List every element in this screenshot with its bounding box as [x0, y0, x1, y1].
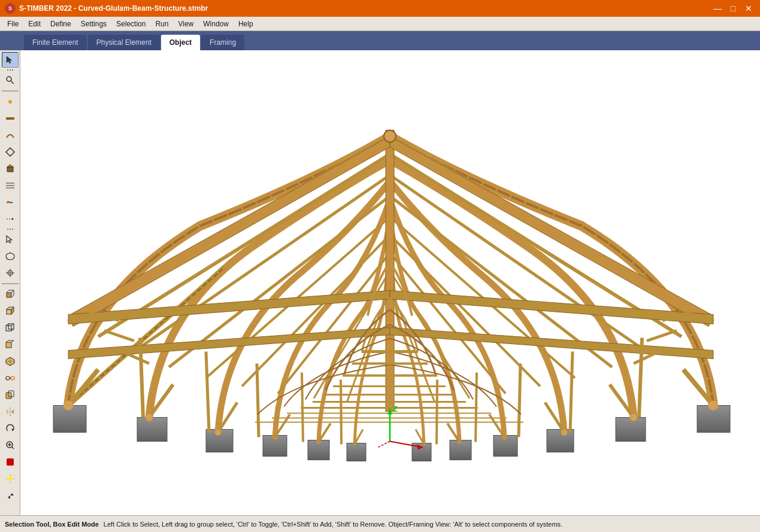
select-pointer-tool[interactable]	[2, 232, 19, 247]
spring-tool[interactable]	[2, 194, 19, 210]
node-tool[interactable]	[2, 94, 19, 110]
svg-point-127	[146, 414, 153, 421]
tab-finite-element[interactable]: Finite Element	[24, 35, 87, 50]
menu-window[interactable]: Window	[198, 17, 234, 31]
status-message: Left Click to Select, Left drag to group…	[104, 521, 562, 528]
3d-box3-tool[interactable]	[2, 320, 19, 336]
svg-line-46	[11, 447, 14, 449]
minimize-button[interactable]: —	[711, 2, 724, 14]
mirror-tool[interactable]	[2, 404, 19, 419]
svg-rect-63	[347, 443, 366, 461]
svg-point-141	[384, 130, 396, 142]
menu-edit[interactable]: Edit	[23, 17, 46, 31]
lasso-tool[interactable]	[2, 248, 19, 264]
svg-point-129	[215, 430, 221, 436]
structure-view: Z	[20, 50, 760, 515]
svg-point-125	[63, 401, 73, 411]
menu-run[interactable]: Run	[150, 17, 173, 31]
svg-text:Z: Z	[393, 405, 398, 414]
separator-2	[2, 283, 19, 284]
svg-point-0	[7, 77, 11, 81]
maximize-button[interactable]: □	[726, 2, 740, 14]
svg-marker-12	[12, 218, 14, 220]
arc-element-tool[interactable]	[2, 127, 19, 143]
zoom-window-tool[interactable]	[2, 72, 19, 88]
select-arrow-tool[interactable]	[2, 52, 19, 68]
beam-element-tool[interactable]	[2, 111, 19, 126]
title-bar-left: S S-TIMBER 2022 - Curved-Glulam-Beam-Str…	[5, 3, 208, 14]
svg-line-1	[11, 81, 14, 84]
svg-line-99	[257, 364, 259, 437]
svg-marker-42	[7, 409, 9, 414]
title-bar-title: S-TIMBER 2022 - Curved-Glulam-Beam-Struc…	[19, 4, 208, 13]
3d-box1-tool[interactable]	[2, 287, 19, 302]
3d-box5-tool[interactable]	[2, 354, 19, 369]
volume-tool[interactable]	[2, 161, 19, 177]
svg-point-10	[7, 201, 9, 203]
status-label: Selection Tool, Box Edit Mode	[5, 521, 99, 528]
svg-rect-3	[6, 117, 14, 120]
svg-point-37	[11, 376, 14, 380]
svg-rect-5	[7, 167, 13, 172]
connect-tool[interactable]	[2, 370, 19, 386]
svg-marker-55	[10, 493, 14, 495]
rotate-element-tool[interactable]	[2, 421, 19, 436]
menu-view[interactable]: View	[173, 17, 198, 31]
title-bar-controls: — □ ✕	[711, 2, 755, 14]
menu-file[interactable]: File	[2, 17, 23, 31]
light-tool[interactable]	[2, 471, 19, 487]
svg-point-126	[708, 401, 718, 411]
grid-tool[interactable]	[2, 178, 19, 193]
svg-rect-66	[547, 430, 574, 452]
svg-line-106	[437, 380, 437, 445]
stop-tool[interactable]	[2, 454, 19, 470]
svg-rect-59	[137, 418, 167, 442]
tab-object[interactable]: Object	[161, 35, 200, 50]
svg-point-36	[6, 376, 10, 380]
svg-rect-65	[616, 418, 646, 442]
svg-line-19	[11, 290, 14, 293]
svg-point-130	[561, 430, 567, 436]
app-icon: S	[5, 3, 16, 14]
tool-dots-1	[2, 68, 19, 72]
svg-marker-4	[6, 148, 14, 156]
svg-point-50	[8, 477, 12, 481]
surface-tool[interactable]	[2, 144, 19, 160]
copy-tool[interactable]	[2, 387, 19, 403]
3d-box4-tool[interactable]	[2, 337, 19, 352]
title-bar: S S-TIMBER 2022 - Curved-Glulam-Beam-Str…	[0, 0, 760, 17]
svg-rect-29	[6, 342, 11, 348]
status-bar: Selection Tool, Box Edit Mode Left Click…	[0, 515, 760, 532]
link-tool[interactable]	[2, 211, 19, 227]
svg-point-128	[630, 414, 637, 421]
menu-settings[interactable]: Settings	[76, 17, 111, 31]
separator-1	[2, 90, 19, 92]
svg-marker-33	[6, 357, 14, 366]
menu-selection[interactable]: Selection	[111, 17, 150, 31]
left-toolbar	[0, 50, 20, 515]
svg-line-101	[341, 380, 341, 445]
main-layout: Z	[0, 50, 760, 515]
svg-point-2	[8, 100, 12, 104]
tab-framing[interactable]: Framing	[201, 35, 244, 50]
svg-marker-6	[7, 165, 13, 167]
svg-line-104	[519, 364, 520, 437]
svg-marker-43	[11, 409, 14, 414]
viewport[interactable]: Z	[20, 50, 760, 515]
menu-bar: File Edit Define Settings Selection Run …	[0, 17, 760, 31]
toolbar-tabs: Finite Element Physical Element Object F…	[0, 31, 760, 50]
svg-marker-56	[8, 495, 10, 499]
zoom-in-btn[interactable]	[2, 437, 19, 453]
tab-physical-element[interactable]: Physical Element	[88, 35, 160, 50]
move-element-tool[interactable]	[2, 265, 19, 281]
3d-box2-tool[interactable]	[2, 303, 19, 319]
menu-help[interactable]: Help	[234, 17, 258, 31]
menu-define[interactable]: Define	[46, 17, 76, 31]
tool-dots-2	[2, 227, 19, 231]
svg-rect-90	[386, 130, 394, 412]
expand-tool[interactable]	[2, 488, 19, 503]
svg-rect-49	[7, 458, 14, 466]
svg-rect-21	[7, 309, 11, 314]
svg-rect-16	[7, 293, 11, 297]
close-button[interactable]: ✕	[742, 2, 755, 14]
